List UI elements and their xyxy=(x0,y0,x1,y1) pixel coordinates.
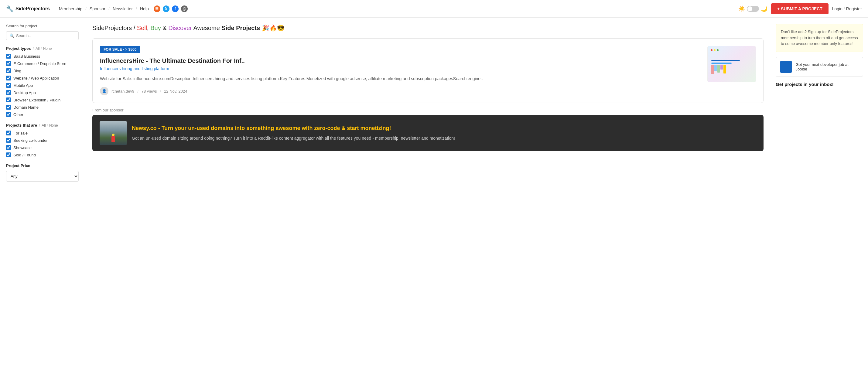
ad-notice: Don't like ads? Sign up for SideProjecto… xyxy=(776,24,863,52)
search-section-title: Search for project xyxy=(6,24,79,28)
type-ecommerce[interactable]: E-Commerce / Dropship Store xyxy=(6,61,79,66)
price-header: Project Price xyxy=(6,163,79,168)
project-card-body: FOR SALE - > $500 InfluencersHire - The … xyxy=(100,46,701,95)
dot-red xyxy=(711,49,713,51)
email-icon[interactable]: @ xyxy=(181,5,188,12)
sponsor-figure xyxy=(112,136,115,142)
jooble-logo-text: j xyxy=(786,65,786,68)
hero-sell-link[interactable]: Sell xyxy=(137,25,147,31)
type-desktop[interactable]: Desktop App xyxy=(6,90,79,95)
project-types-header: Project types / All / None xyxy=(6,46,79,51)
thumb-line-title xyxy=(711,60,740,61)
sidebar: Search for project 🔍 Project types / All… xyxy=(0,18,85,365)
project-title: InfluencersHire - The Ultimate Destinati… xyxy=(100,57,701,64)
nav-membership[interactable]: Membership xyxy=(57,5,84,12)
price-section: Project Price Any < $500 $500 - $1000 $1… xyxy=(6,163,79,182)
moon-icon: 🌙 xyxy=(761,5,768,12)
brand-logo[interactable]: 🔧 SideProjectors xyxy=(6,5,50,12)
project-states-header: Projects that are / All / None xyxy=(6,123,79,127)
sun-icon: ☀️ xyxy=(738,5,745,12)
project-states-list: For sale Seeking co-founder Showcase Sol… xyxy=(6,130,79,157)
jooble-logo: j xyxy=(780,61,792,73)
dot-green xyxy=(717,49,719,51)
type-other[interactable]: Other xyxy=(6,112,79,117)
project-states-all-link[interactable]: All xyxy=(41,123,45,127)
project-types-section: Project types / All / None SaaS Business… xyxy=(6,46,79,117)
price-select[interactable]: Any < $500 $500 - $1000 $1000 - $5000 > … xyxy=(6,171,79,182)
bar-5 xyxy=(723,65,726,73)
submit-project-button[interactable]: + SUBMIT A PROJECT xyxy=(771,3,829,14)
search-section: Search for project 🔍 xyxy=(6,24,79,40)
right-panel: Don't like ads? Sign up for SideProjecto… xyxy=(771,18,868,365)
jooble-text: Get your next developer job at Jooble xyxy=(796,62,859,71)
project-states-section: Projects that are / All / None For sale … xyxy=(6,123,79,157)
project-views: 78 views xyxy=(142,89,157,94)
thumbnail-preview xyxy=(708,46,756,82)
nav-right: ☀️ 🌙 + SUBMIT A PROJECT Login / Register xyxy=(738,3,862,14)
type-blog[interactable]: Blog xyxy=(6,68,79,73)
type-mobile[interactable]: Mobile App xyxy=(6,83,79,88)
state-showcase[interactable]: Showcase xyxy=(6,145,79,150)
theme-toggle-switch[interactable] xyxy=(747,6,759,12)
sponsor-image xyxy=(100,121,127,145)
projects-that-are-label: Projects that are xyxy=(6,123,37,127)
dot-yellow xyxy=(714,49,716,51)
sponsor-body: Newsy.co - Turn your un-used domains int… xyxy=(132,125,756,141)
project-card: FOR SALE - > $500 InfluencersHire - The … xyxy=(92,38,764,103)
brand-name: SideProjectors xyxy=(16,6,50,11)
hero-brand: SideProjectors xyxy=(92,25,132,31)
sponsor-art xyxy=(100,121,127,145)
project-types-all-link[interactable]: All xyxy=(35,47,39,51)
sponsor-description: Got an un-used domain sitting around doi… xyxy=(132,135,756,142)
thumbnail-inner xyxy=(711,60,752,74)
brand-icon: 🔧 xyxy=(6,5,14,12)
project-badge: FOR SALE - > $500 xyxy=(100,46,140,53)
hero-buy-link[interactable]: Buy xyxy=(150,25,161,31)
login-links: Login / Register xyxy=(832,6,862,11)
nav-newsletter[interactable]: Newsletter xyxy=(111,5,134,12)
nav-links: Membership / Sponsor / Newsletter / Help… xyxy=(57,5,738,12)
thumb-line-sub xyxy=(711,63,732,64)
project-types-list: SaaS Business E-Commerce / Dropship Stor… xyxy=(6,54,79,117)
bar-2 xyxy=(714,65,717,71)
theme-toggle: ☀️ 🌙 xyxy=(738,5,768,12)
project-description: Website for Sale: influencershire.comDes… xyxy=(100,75,701,82)
type-browser[interactable]: Browser Extension / Plugin xyxy=(6,97,79,102)
project-meta: 👤 rchetan.dev9 / 78 views / 12 Nov, 2024 xyxy=(100,87,701,95)
project-thumbnail xyxy=(707,46,756,82)
project-states-none-link[interactable]: None xyxy=(49,123,58,127)
thumbnail-dots xyxy=(711,49,719,51)
bar-4 xyxy=(720,65,723,69)
nav-social: ☷ 𝕏 f @ xyxy=(154,5,188,12)
nav-help[interactable]: Help xyxy=(138,5,151,12)
register-link[interactable]: Register xyxy=(846,6,862,11)
project-avatar: 👤 xyxy=(100,87,108,95)
type-website[interactable]: Website / Web Application xyxy=(6,75,79,81)
state-for-sale[interactable]: For sale xyxy=(6,130,79,135)
state-cofounder[interactable]: Seeking co-founder xyxy=(6,138,79,143)
page-layout: Search for project 🔍 Project types / All… xyxy=(0,18,868,365)
search-icon: 🔍 xyxy=(9,33,14,38)
bar-3 xyxy=(717,65,720,72)
type-saas[interactable]: SaaS Business xyxy=(6,54,79,59)
twitter-icon[interactable]: 𝕏 xyxy=(163,5,169,12)
hero-title: SideProjectors / Sell, Buy & Discover Aw… xyxy=(92,24,764,32)
hero-rest: Awesome Side Projects 🎉🔥😎 xyxy=(193,25,284,31)
login-link[interactable]: Login xyxy=(832,6,842,11)
project-types-none-link[interactable]: None xyxy=(43,47,52,51)
jooble-card[interactable]: j Get your next developer job at Jooble xyxy=(776,57,863,77)
search-input[interactable] xyxy=(16,33,75,38)
sponsor-title: Newsy.co - Turn your un-used domains int… xyxy=(132,125,756,132)
sponsor-label: From our sponsor xyxy=(92,108,764,112)
nav-sponsor[interactable]: Sponsor xyxy=(88,5,107,12)
price-label: Project Price xyxy=(6,163,30,168)
state-sold[interactable]: Sold / Found xyxy=(6,152,79,157)
main-content: SideProjectors / Sell, Buy & Discover Aw… xyxy=(85,18,771,365)
facebook-icon[interactable]: f xyxy=(172,5,179,12)
thumb-bars xyxy=(711,65,752,74)
project-types-label: Project types xyxy=(6,46,31,51)
search-box: 🔍 xyxy=(6,31,79,40)
rss-icon[interactable]: ☷ xyxy=(154,5,160,12)
type-domain[interactable]: Domain Name xyxy=(6,105,79,110)
hero-discover-link[interactable]: Discover xyxy=(168,25,192,31)
